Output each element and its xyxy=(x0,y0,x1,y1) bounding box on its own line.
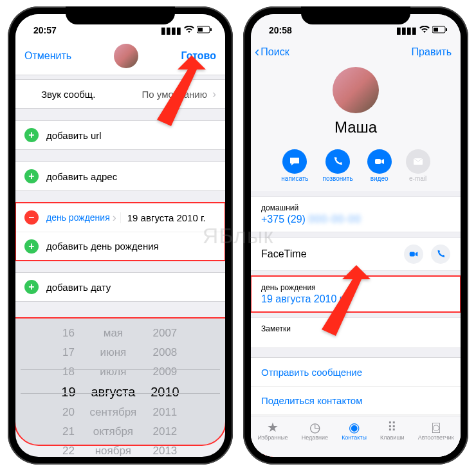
plus-icon: + xyxy=(24,280,39,294)
message-action[interactable]: написать xyxy=(281,149,308,182)
chevron-left-icon: ‹ xyxy=(255,44,259,60)
phone-right: 20:58 ▮▮▮▮ ‹ Поиск Пра xyxy=(243,6,468,465)
contact-avatar-small[interactable] xyxy=(114,44,138,68)
plus-icon: + xyxy=(24,169,39,183)
add-url-label: добавить url xyxy=(46,130,216,141)
phone-label: домашний xyxy=(261,203,450,212)
contact-avatar[interactable] xyxy=(333,67,379,113)
tab-bar: ★ Избранные ◷ Недавние ◉ Контакты ⠿ Клав… xyxy=(251,416,461,457)
birthday-row[interactable]: – день рождения › 19 августа 2010 г. xyxy=(15,203,225,232)
svg-marker-10 xyxy=(322,265,371,336)
add-date-row[interactable]: + добавить дату xyxy=(15,273,225,301)
tab-keypad[interactable]: ⠿ Клавиши xyxy=(380,420,405,441)
minus-icon[interactable]: – xyxy=(24,210,39,225)
status-time: 20:57 xyxy=(33,25,57,35)
phone-card[interactable]: домашний +375 (29) 000-00-00 xyxy=(251,196,461,232)
keypad-icon: ⠿ xyxy=(380,420,405,434)
picker-day-col[interactable]: 16 17 18 19 20 21 22 xyxy=(61,324,75,433)
video-action[interactable]: видео xyxy=(367,149,392,182)
status-time: 20:58 xyxy=(269,25,292,35)
birthday-field-label[interactable]: день рождения › xyxy=(46,211,116,225)
edit-button[interactable]: Править xyxy=(412,46,452,58)
picker-month-col[interactable]: мая июня июля августа сентября октября н… xyxy=(90,324,137,433)
action-row: написать позвонить видео e-mail xyxy=(251,144,461,191)
phone-number-hidden: 000-00-00 xyxy=(308,214,361,225)
phone-number[interactable]: +375 (29) 000-00-00 xyxy=(261,214,450,225)
add-address-label: добавить адрес xyxy=(46,171,216,182)
svg-rect-1 xyxy=(198,28,203,32)
person-icon: ◉ xyxy=(342,420,367,434)
status-icons: ▮▮▮▮ xyxy=(161,25,212,35)
cancel-button[interactable]: Отменить xyxy=(24,50,71,62)
date-picker[interactable]: 16 17 18 19 20 21 22 мая июня июля авгус… xyxy=(15,319,225,445)
svg-rect-7 xyxy=(375,159,381,164)
signal-icon: ▮▮▮▮ xyxy=(396,25,417,35)
birthday-value[interactable]: 19 августа 2010 г. xyxy=(120,212,216,223)
annotation-arrow xyxy=(157,55,206,129)
add-birthday-label: добавить день рождения xyxy=(46,241,216,252)
svg-rect-5 xyxy=(434,28,438,32)
battery-icon xyxy=(197,25,212,35)
voicemail-icon: ⌼ xyxy=(418,420,454,434)
facetime-label: FaceTime xyxy=(261,248,307,260)
facetime-audio-button[interactable] xyxy=(431,245,450,264)
call-action[interactable]: позвонить xyxy=(323,149,353,182)
share-contact-link[interactable]: Поделиться контактом xyxy=(251,386,461,414)
notch xyxy=(301,6,410,24)
status-icons: ▮▮▮▮ xyxy=(396,25,448,35)
tab-voicemail[interactable]: ⌼ Автоответчик xyxy=(418,420,454,441)
tab-contacts[interactable]: ◉ Контакты xyxy=(342,420,367,441)
svg-marker-3 xyxy=(157,55,206,126)
phone-left: 20:57 ▮▮▮▮ Отменить Готово xyxy=(8,6,233,465)
text-tone-label: Звук сообщ. xyxy=(24,89,142,100)
contact-name: Маша xyxy=(251,118,461,136)
battery-icon xyxy=(432,25,448,35)
send-message-link[interactable]: Отправить сообщение xyxy=(251,358,461,386)
chevron-right-icon: › xyxy=(212,88,216,101)
svg-rect-6 xyxy=(446,28,447,31)
svg-rect-2 xyxy=(210,28,212,31)
mail-action: e-mail xyxy=(406,149,430,182)
chevron-right-icon: › xyxy=(113,211,116,225)
plus-icon: + xyxy=(24,239,39,254)
contact-header: Маша xyxy=(251,64,461,144)
add-date-label: добавить дату xyxy=(46,282,216,293)
add-birthday-row[interactable]: + добавить день рождения xyxy=(15,232,225,260)
back-button[interactable]: ‹ Поиск xyxy=(255,44,289,60)
picker-year-col[interactable]: 2007 2008 2009 2010 2011 2012 2013 xyxy=(151,324,179,433)
plus-icon: + xyxy=(24,128,39,142)
wifi-icon xyxy=(184,25,194,35)
svg-rect-9 xyxy=(409,252,414,256)
tab-favorites[interactable]: ★ Избранные xyxy=(258,420,288,441)
notch xyxy=(66,6,175,24)
facetime-video-button[interactable] xyxy=(404,245,423,264)
annotation-arrow xyxy=(322,265,371,338)
clock-icon: ◷ xyxy=(302,420,328,434)
signal-icon: ▮▮▮▮ xyxy=(161,25,181,35)
add-address-row[interactable]: + добавить адрес xyxy=(15,162,225,190)
wifi-icon xyxy=(419,25,430,35)
tab-recents[interactable]: ◷ Недавние xyxy=(302,420,328,441)
view-navbar: ‹ Поиск Править xyxy=(251,40,461,64)
star-icon: ★ xyxy=(258,420,288,434)
